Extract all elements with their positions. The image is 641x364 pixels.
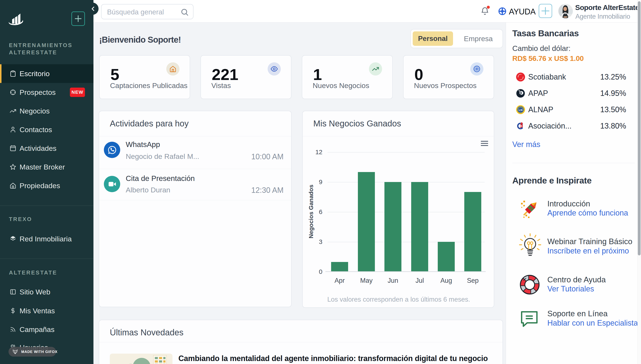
svg-text:LN: LN [519, 108, 522, 112]
